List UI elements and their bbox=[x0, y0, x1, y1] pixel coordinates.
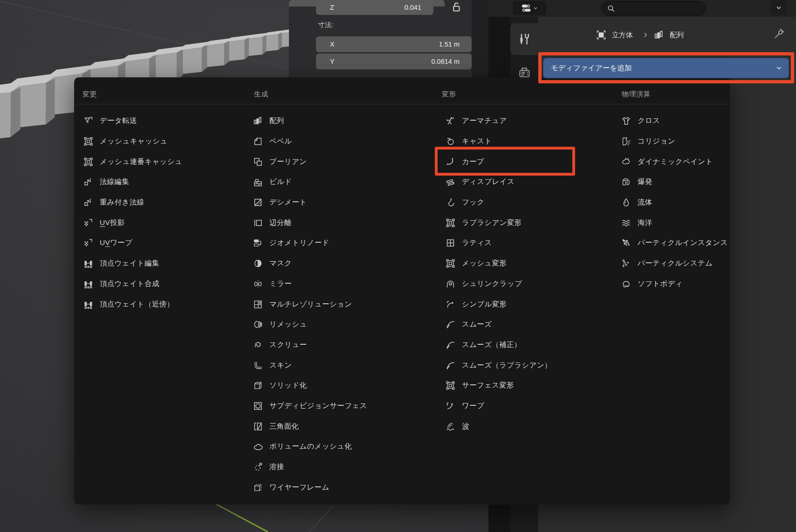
menu-item-label: ソフトボディ bbox=[638, 279, 683, 289]
menu-item-geometry-nodes[interactable]: ジオメトリノード bbox=[249, 233, 440, 253]
menu-item-weld[interactable]: 溶接 bbox=[249, 457, 440, 477]
menu-item-wireframe[interactable]: ワイヤーフレーム bbox=[249, 477, 440, 498]
menu-item-screw[interactable]: スクリュー bbox=[249, 335, 440, 355]
menu-item-armature[interactable]: アーマチュア bbox=[442, 111, 619, 131]
menu-item-fluid[interactable]: 流体 bbox=[618, 192, 734, 213]
object-icon bbox=[596, 29, 607, 41]
menu-item-data-transfer[interactable]: データ転送 bbox=[80, 111, 244, 131]
menu-item-boolean[interactable]: ブーリアン bbox=[249, 151, 440, 172]
menu-item-particle-system[interactable]: パーティクルシステム bbox=[618, 253, 734, 274]
dimension-x-field[interactable]: X 1.51 m bbox=[316, 36, 472, 52]
wireframe-icon bbox=[253, 482, 263, 493]
tab-modifier-properties[interactable] bbox=[510, 23, 538, 55]
menu-item-cloth[interactable]: クロス bbox=[618, 111, 734, 131]
dimension-y-field[interactable]: Y 0.0814 m bbox=[316, 54, 472, 69]
menu-item-label: アーマチュア bbox=[462, 116, 507, 126]
menu-item-dynamic-paint[interactable]: ダイナミックペイント bbox=[618, 151, 734, 172]
menu-item-label: スムーズ（ラプラシアン） bbox=[462, 361, 552, 370]
menu-column-header: 物理演算 bbox=[622, 90, 651, 99]
menu-item-label: デシメート bbox=[269, 198, 307, 207]
menu-item-label: 流体 bbox=[638, 198, 652, 207]
menu-item-multiresolution[interactable]: マルチレゾリューション bbox=[249, 294, 440, 314]
smooth-icon bbox=[445, 319, 456, 330]
menu-item-build[interactable]: ビルド bbox=[249, 172, 440, 192]
highlight-box-add-modifier bbox=[538, 52, 794, 83]
geonodes-icon bbox=[253, 238, 263, 248]
menu-item-edge-split[interactable]: 辺分離 bbox=[249, 212, 440, 233]
menu-item-vertex-weight-proximity[interactable]: 頂点ウェイト（近傍） bbox=[80, 294, 244, 314]
cage-icon bbox=[445, 380, 456, 391]
menu-item-vertex-weight-mix[interactable]: 頂点ウェイト合成 bbox=[80, 274, 244, 294]
y-value: 0.0814 m bbox=[432, 58, 460, 65]
menu-item-ocean[interactable]: 海洋 bbox=[618, 212, 734, 233]
menu-item-label: マルチレゾリューション bbox=[269, 300, 352, 309]
menu-item-laplacian-deform[interactable]: ラプラシアン変形 bbox=[442, 212, 619, 233]
menu-item-vertex-weight-edit[interactable]: 頂点ウェイト編集 bbox=[80, 253, 244, 274]
menu-item-label: スムーズ bbox=[462, 320, 492, 329]
menu-item-explode[interactable]: 爆発 bbox=[618, 172, 734, 192]
screw-icon bbox=[253, 340, 263, 350]
menu-item-laplacian-smooth[interactable]: スムーズ（ラプラシアン） bbox=[442, 355, 619, 375]
menu-item-wave[interactable]: 波 bbox=[442, 416, 619, 437]
menu-item-hook[interactable]: フック bbox=[442, 192, 619, 213]
z-label: Z bbox=[330, 4, 334, 11]
menu-item-uv-warp[interactable]: UVワープ bbox=[80, 233, 244, 253]
menu-item-mirror[interactable]: ミラー bbox=[249, 274, 440, 294]
menu-item-shrinkwrap[interactable]: シュリンクラップ bbox=[442, 274, 619, 294]
menu-item-mask[interactable]: マスク bbox=[249, 253, 440, 274]
menu-item-array[interactable]: 配列 bbox=[249, 111, 440, 131]
menu-item-corrective-smooth[interactable]: スムーズ（補正） bbox=[442, 335, 619, 355]
breadcrumb-modifier[interactable]: 配列 bbox=[670, 31, 684, 40]
menu-item-collision[interactable]: コリジョン bbox=[618, 131, 734, 152]
vweight-icon bbox=[83, 279, 94, 289]
menu-item-bevel[interactable]: ベベル bbox=[249, 131, 440, 152]
menu-item-soft-body[interactable]: ソフトボディ bbox=[618, 274, 734, 294]
menu-item-remesh[interactable]: リメッシュ bbox=[249, 314, 440, 335]
explode-icon bbox=[621, 177, 631, 187]
armature-icon bbox=[445, 116, 456, 126]
menu-item-label: クロス bbox=[638, 116, 660, 126]
menu-item-label: 爆発 bbox=[638, 177, 652, 187]
menu-item-weighted-normal[interactable]: 重み付き法線 bbox=[80, 192, 244, 213]
menu-item-mesh-deform[interactable]: メッシュ変形 bbox=[442, 253, 619, 274]
vweight-icon bbox=[83, 299, 94, 310]
menu-item-smooth[interactable]: スムーズ bbox=[442, 314, 619, 335]
menu-item-triangulate[interactable]: 三角面化 bbox=[249, 416, 440, 437]
menu-item-lattice[interactable]: ラティス bbox=[442, 233, 619, 253]
menu-item-skin[interactable]: スキン bbox=[249, 355, 440, 375]
edgesplit-icon bbox=[253, 218, 263, 228]
boolean-icon bbox=[253, 157, 263, 167]
menu-item-uv-project[interactable]: UV投影 bbox=[80, 212, 244, 233]
menu-item-surface-deform[interactable]: サーフェス変形 bbox=[442, 375, 619, 396]
menu-item-subdivision-surface[interactable]: サブディビジョンサーフェス bbox=[249, 396, 440, 416]
lock-open-icon[interactable] bbox=[450, 0, 463, 14]
menu-item-label: メッシュ変形 bbox=[462, 259, 507, 268]
menu-item-mesh-cache[interactable]: メッシュキャッシュ bbox=[80, 131, 244, 152]
menu-column-header: 変形 bbox=[442, 90, 456, 99]
menu-item-mesh-sequence-cache[interactable]: メッシュ連番キャッシュ bbox=[80, 151, 244, 172]
menu-item-volume-to-mesh[interactable]: ボリュームのメッシュ化 bbox=[249, 437, 440, 457]
particle-sys-icon bbox=[621, 258, 631, 269]
pin-icon[interactable] bbox=[773, 27, 786, 40]
header-options-button[interactable] bbox=[770, 0, 788, 15]
z-location-field[interactable]: Z 0.041 bbox=[316, 0, 433, 15]
menu-item-solidify[interactable]: ソリッド化 bbox=[249, 375, 440, 396]
editor-type-button[interactable] bbox=[513, 1, 546, 15]
breadcrumb-object[interactable]: 立方体 bbox=[612, 31, 633, 40]
menu-item-label: シュリンクラップ bbox=[462, 279, 522, 289]
menu-item-particle-instance[interactable]: パーティクルインスタンス bbox=[618, 233, 734, 253]
menu-item-decimate[interactable]: デシメート bbox=[249, 192, 440, 213]
menu-item-label: 頂点ウェイト編集 bbox=[100, 259, 159, 268]
x-label: X bbox=[330, 41, 335, 48]
cloth-icon bbox=[621, 116, 631, 126]
menu-item-warp[interactable]: ワープ bbox=[442, 396, 619, 416]
panel-gap bbox=[472, 0, 488, 77]
menu-item-label: UVワープ bbox=[100, 238, 132, 248]
y-label: Y bbox=[330, 58, 335, 65]
warp-icon bbox=[445, 401, 456, 411]
menu-item-simple-deform[interactable]: シンプル変形 bbox=[442, 294, 619, 314]
menu-item-label: ワープ bbox=[462, 401, 484, 411]
search-box[interactable] bbox=[601, 1, 706, 16]
search-input[interactable] bbox=[616, 4, 697, 13]
menu-item-normal-edit[interactable]: 法線編集 bbox=[80, 172, 244, 192]
